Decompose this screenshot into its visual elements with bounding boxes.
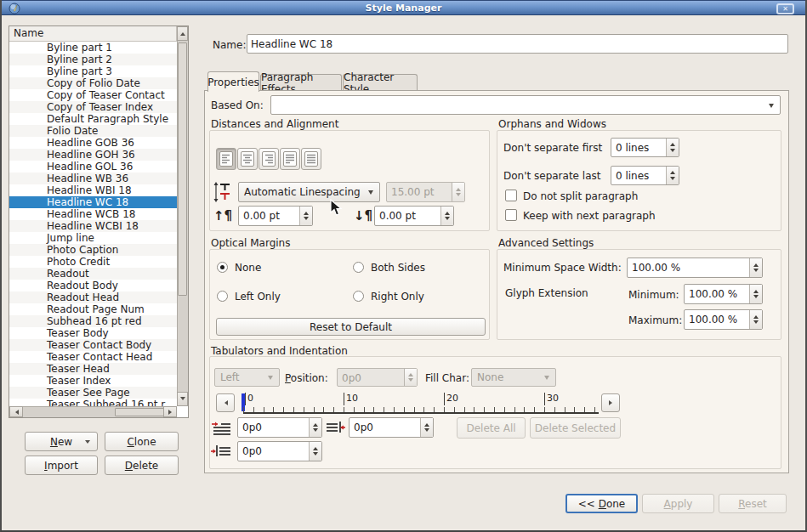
spinner-arrows[interactable] (749, 310, 762, 329)
list-item[interactable]: Teaser Contact Body (9, 339, 177, 351)
list-item[interactable]: Jump line (9, 232, 177, 244)
tab-character-style[interactable]: Character Style (343, 74, 418, 91)
left-indent-spinner[interactable]: 0p0 (237, 441, 322, 461)
based-on-combo[interactable] (270, 95, 781, 115)
style-name-input[interactable] (247, 34, 788, 54)
clone-button[interactable]: Clone (105, 432, 179, 451)
dont-separate-first-label: Don't separate first (503, 142, 602, 154)
vertical-scroll-thumb[interactable] (178, 42, 187, 296)
min-space-width-spinner[interactable]: 100.00 % (627, 258, 763, 278)
style-manager-window: Style Manager ✕ Name Byline part 1 Bylin… (0, 0, 807, 532)
reset-to-default-button[interactable]: Reset to Default (216, 318, 486, 336)
import-button[interactable]: Import (25, 456, 98, 475)
spinner-arrows[interactable] (420, 418, 433, 437)
list-item[interactable]: Readout Page Num (9, 303, 177, 315)
list-item[interactable]: Photo Caption (9, 244, 177, 256)
do-not-split-checkbox[interactable] (505, 190, 517, 201)
dont-separate-last-spinner[interactable]: 0 lines (611, 166, 679, 185)
space-above-spinner[interactable]: 0.00 pt (238, 206, 313, 226)
list-item-selected[interactable]: Headline WC 18 (9, 196, 177, 208)
list-item[interactable]: Readout Body (9, 280, 177, 291)
list-item[interactable]: Default Paragraph Style (9, 113, 177, 125)
list-item[interactable]: Headline WCBI 18 (9, 220, 177, 232)
ruler-scroll-left-button[interactable] (216, 393, 235, 412)
list-item[interactable]: Copy of Folio Date (9, 77, 177, 89)
glyph-max-spinner[interactable]: 100.00 % (684, 309, 763, 330)
align-left-icon (219, 151, 233, 167)
horizontal-scroll-thumb[interactable] (115, 408, 168, 416)
align-force-justify-button[interactable] (301, 148, 321, 170)
keep-with-next-checkbox[interactable] (505, 209, 517, 221)
list-item[interactable]: Readout Head (9, 291, 177, 303)
space-below-spinner[interactable]: 0.00 pt (374, 206, 454, 226)
spinner-arrows[interactable] (749, 285, 762, 303)
scroll-right-button[interactable] (163, 406, 177, 417)
optical-none-radio[interactable] (217, 262, 228, 273)
list-item[interactable]: Teaser Body (9, 327, 177, 339)
distances-title: Distances and Alignment (211, 118, 338, 130)
ruler-scroll-right-button[interactable] (601, 393, 620, 412)
align-left-button[interactable] (216, 148, 236, 170)
list-item[interactable]: Teaser Subhead 16 pt r (9, 399, 177, 406)
spinner-arrows[interactable] (309, 418, 321, 437)
list-item[interactable]: Copy of Teaser Index (9, 101, 177, 113)
linespacing-mode-combo[interactable]: Automatic Linespacing (238, 182, 380, 202)
align-justify-button[interactable] (280, 148, 300, 170)
horizontal-scrollbar[interactable] (9, 406, 177, 417)
spinner-arrows[interactable] (309, 442, 321, 461)
list-item[interactable]: Byline part 1 (9, 42, 177, 54)
spinner-arrows[interactable] (666, 167, 679, 184)
tab-properties[interactable]: Properties (207, 71, 259, 92)
titlebar[interactable]: Style Manager ✕ (2, 0, 805, 15)
list-item[interactable]: Headline WCB 18 (9, 208, 177, 220)
spinner-arrows[interactable] (666, 139, 679, 156)
list-item[interactable]: Headline WB 36 (9, 173, 177, 184)
list-item[interactable]: Teaser Contact Head (9, 351, 177, 363)
first-line-indent-spinner[interactable]: 0p0 (237, 417, 322, 438)
list-item[interactable]: Subhead 16 pt red (9, 315, 177, 327)
tab-paragraph-effects[interactable]: Paragraph Effects (260, 74, 342, 91)
up-arrow-icon (180, 30, 185, 36)
spinner-arrows[interactable] (749, 258, 762, 277)
align-right-button[interactable] (259, 148, 279, 170)
list-item[interactable]: Byline part 2 (9, 54, 177, 65)
list-item[interactable]: Teaser See Page (9, 387, 177, 399)
close-button[interactable]: ✕ (776, 3, 794, 14)
list-item[interactable]: Readout (9, 268, 177, 280)
scroll-left-button[interactable] (9, 406, 23, 417)
new-button[interactable]: New (25, 432, 98, 451)
optical-both-sides-radio[interactable] (353, 262, 364, 273)
optical-right-only-radio[interactable] (353, 291, 364, 302)
align-center-button[interactable] (237, 148, 258, 170)
window-title: Style Manager (2, 3, 805, 14)
left-arrow-icon (222, 400, 228, 405)
list-item[interactable]: Headline WBI 18 (9, 184, 177, 196)
spinner-arrows[interactable] (299, 207, 312, 225)
list-item[interactable]: Headline GOB 36 (9, 137, 177, 149)
vertical-scrollbar[interactable] (177, 26, 188, 406)
list-item[interactable]: Byline part 3 (9, 65, 177, 77)
name-label: Name: (213, 39, 246, 51)
list-item[interactable]: Teaser Head (9, 363, 177, 375)
optical-left-only-radio[interactable] (217, 291, 228, 302)
tab-ruler[interactable]: 0 10 20 30 (240, 392, 600, 415)
optical-right-only-label: Right Only (371, 291, 424, 303)
glyph-extension-label: Glyph Extension (505, 287, 588, 299)
left-arrow-icon (13, 410, 19, 415)
list-header-name[interactable]: Name (9, 26, 177, 42)
delete-button[interactable]: Delete (105, 456, 179, 475)
glyph-min-spinner[interactable]: 100.00 % (684, 284, 763, 304)
list-item[interactable]: Headline GOH 36 (9, 149, 177, 161)
done-button[interactable]: << Done (565, 494, 638, 513)
spinner-arrows[interactable] (440, 207, 453, 225)
list-item[interactable]: Teaser Index (9, 375, 177, 387)
list-item[interactable]: Folio Date (9, 125, 177, 137)
scroll-down-button[interactable] (177, 392, 188, 406)
scroll-up-button[interactable] (177, 26, 188, 41)
chevron-down-icon (544, 376, 549, 382)
list-item[interactable]: Photo Credit (9, 256, 177, 268)
dont-separate-first-spinner[interactable]: 0 lines (611, 138, 679, 157)
list-item[interactable]: Copy of Teaser Contact (9, 89, 177, 101)
right-indent-spinner[interactable]: 0p0 (349, 417, 434, 438)
list-item[interactable]: Headline GOL 36 (9, 161, 177, 173)
